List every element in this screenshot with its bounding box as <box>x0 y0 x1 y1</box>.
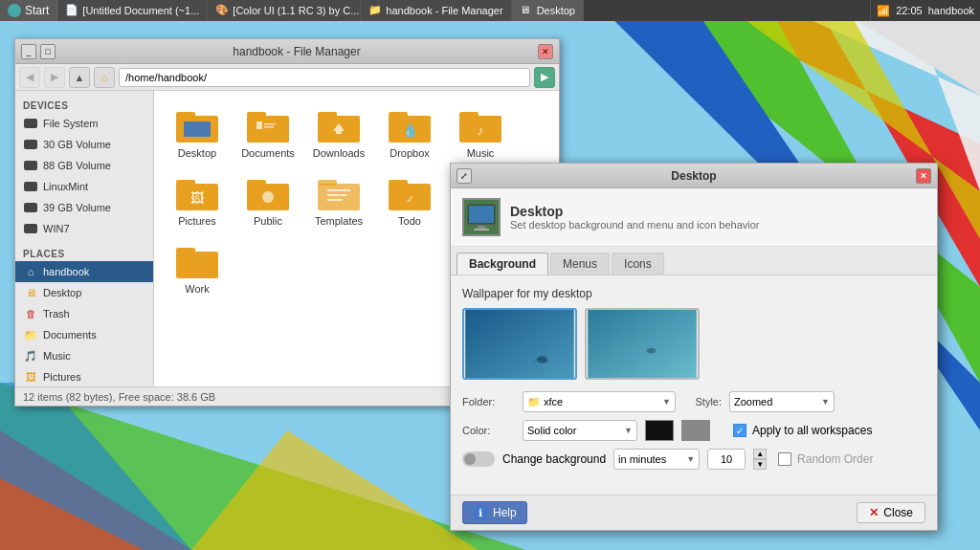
folder-documents[interactable]: Documents <box>234 100 301 165</box>
sidebar-item-pictures[interactable]: 🖼 Pictures <box>15 366 153 386</box>
folder-templates[interactable]: Templates <box>305 168 372 232</box>
dialog-expand-button[interactable]: ⤢ <box>457 168 472 184</box>
sidebar-item-documents[interactable]: 📁 Documents <box>15 324 153 345</box>
sidebar-label-30gb: 30 GB Volume <box>43 139 111 150</box>
taskbar-tab-0[interactable]: 📄 [Untitled Document (~1... <box>57 0 208 21</box>
color-swatch-black[interactable] <box>645 420 674 441</box>
folder-desktop[interactable]: Desktop <box>164 100 231 165</box>
tab-label-1: [Color UI (1.1 RC 3) by C... <box>233 5 359 16</box>
taskbar-tab-3[interactable]: 🖥 Desktop <box>512 0 584 21</box>
sidebar-item-music[interactable]: 🎵 Music <box>15 345 153 366</box>
folder-dropbox-icon: 💧 <box>387 106 433 144</box>
sidebar-item-39gb[interactable]: 39 GB Volume <box>15 197 153 218</box>
tab-label-0: [Untitled Document (~1... <box>82 5 199 16</box>
svg-rect-35 <box>247 180 266 186</box>
minutes-number-value: 10 <box>721 453 732 465</box>
folder-documents-label: Documents <box>241 147 295 159</box>
apply-all-checkbox[interactable]: ✓ <box>733 424 746 437</box>
wallpaper-section-title: Wallpaper for my desktop <box>462 287 925 300</box>
svg-rect-13 <box>176 112 195 118</box>
taskbar-tab-1[interactable]: 🎨 [Color UI (1.1 RC 3) by C... <box>208 0 361 21</box>
random-order-label: Random Order <box>797 452 873 466</box>
tab-icons[interactable]: Icons <box>612 253 664 275</box>
fm-minimize-button[interactable]: _ <box>21 44 36 59</box>
tab-menus[interactable]: Menus <box>550 253 610 275</box>
sidebar-label-music: Music <box>43 350 71 362</box>
taskbar-right: 📶 22:05 handbook <box>870 0 980 21</box>
fm-titlebar: _ □ handbook - File Manager ✕ <box>15 39 559 64</box>
tab-background[interactable]: Background <box>457 253 548 275</box>
change-bg-label: Change background <box>502 452 606 466</box>
help-button[interactable]: ℹ Help <box>462 501 527 524</box>
spinner-down-button[interactable]: ▼ <box>753 459 767 470</box>
fm-address-bar[interactable]: /home/handbook/ <box>119 68 530 87</box>
sidebar-item-win7[interactable]: WIN7 <box>15 218 153 239</box>
folder-value: 📁 xfce <box>527 396 563 408</box>
sidebar-label-desktop: Desktop <box>43 287 81 298</box>
network-icon: 📶 <box>877 5 890 17</box>
fm-maximize-button[interactable]: □ <box>40 44 56 59</box>
svg-rect-24 <box>336 131 342 134</box>
style-select[interactable]: Zoomed ▼ <box>729 391 835 412</box>
sidebar-label-pictures: Pictures <box>43 371 81 383</box>
minutes-number-input[interactable]: 10 <box>707 449 746 470</box>
fm-go-button[interactable]: ▶ <box>534 67 555 88</box>
minutes-select[interactable]: in minutes ▼ <box>613 449 700 470</box>
svg-rect-19 <box>264 123 276 125</box>
tab-icon-1: 🎨 <box>215 4 229 17</box>
color-select-arrow: ▼ <box>624 426 633 435</box>
sidebar-item-linuxmint[interactable]: LinuxMint <box>15 176 153 197</box>
fm-close-button[interactable]: ✕ <box>538 44 553 59</box>
fm-forward-button[interactable]: ▶ <box>44 67 65 88</box>
taskbar-tab-2[interactable]: 📁 handbook - File Manager <box>361 0 511 21</box>
folder-select-arrow: ▼ <box>662 397 671 407</box>
svg-rect-22 <box>318 112 337 118</box>
folder-music[interactable]: ♪ Music <box>447 100 514 165</box>
start-label: Start <box>25 4 49 17</box>
help-label: Help <box>493 506 517 519</box>
folder-templates-icon <box>316 174 362 212</box>
svg-text:🖼: 🖼 <box>190 190 204 206</box>
sidebar-item-30gb[interactable]: 30 GB Volume <box>15 134 153 155</box>
svg-rect-20 <box>264 126 274 128</box>
folder-work[interactable]: Work <box>164 236 231 300</box>
style-label: Style: <box>683 396 722 407</box>
wallpaper-grid <box>462 308 925 380</box>
start-button[interactable]: Start <box>0 0 57 21</box>
color-swatch-gray[interactable] <box>681 420 710 441</box>
fm-up-button[interactable]: ▲ <box>69 67 90 88</box>
svg-rect-40 <box>327 194 346 196</box>
close-footer-button[interactable]: ✕ Close <box>857 502 925 523</box>
tab-background-label: Background <box>469 257 536 271</box>
folder-downloads[interactable]: Downloads <box>305 100 372 165</box>
fm-close-controls: ✕ <box>538 44 553 59</box>
folder-dropbox[interactable]: 💧 Dropbox <box>376 100 443 165</box>
minutes-value: in minutes <box>618 453 666 465</box>
sidebar-item-handbook[interactable]: ⌂ handbook <box>15 261 153 282</box>
folder-select[interactable]: 📁 xfce ▼ <box>523 391 676 412</box>
dialog-close-button[interactable]: ✕ <box>916 168 931 184</box>
fm-sidebar: DEVICES File System 30 GB Volume 88 GB V… <box>15 91 154 386</box>
folder-todo[interactable]: ✓ Todo <box>376 168 443 232</box>
fm-home-button[interactable]: ⌂ <box>94 67 115 88</box>
folder-public[interactable]: Public <box>234 168 301 232</box>
color-label: Color: <box>462 425 515 436</box>
svg-point-36 <box>262 191 274 203</box>
change-bg-toggle[interactable] <box>462 451 495 467</box>
spinner-up-button[interactable]: ▲ <box>753 449 767 459</box>
wallpaper-thumb-1[interactable] <box>462 308 577 380</box>
color-select[interactable]: Solid color ▼ <box>523 420 637 441</box>
sidebar-label-linuxmint: LinuxMint <box>43 181 88 192</box>
random-order-checkbox[interactable] <box>778 452 791 466</box>
fm-back-button[interactable]: ◀ <box>19 67 40 88</box>
svg-rect-37 <box>318 184 360 210</box>
wallpaper-thumb-2[interactable] <box>585 308 700 380</box>
sidebar-item-desktop[interactable]: 🖥 Desktop <box>15 282 153 303</box>
sidebar-item-filesystem[interactable]: File System <box>15 113 153 134</box>
sidebar-item-88gb[interactable]: 88 GB Volume <box>15 155 153 176</box>
svg-rect-53 <box>474 229 489 231</box>
folder-pictures[interactable]: 🖼 Pictures <box>164 168 231 232</box>
folder-label: Folder: <box>462 396 515 407</box>
sidebar-item-trash[interactable]: 🗑 Trash <box>15 303 153 324</box>
folder-public-icon <box>245 174 291 212</box>
